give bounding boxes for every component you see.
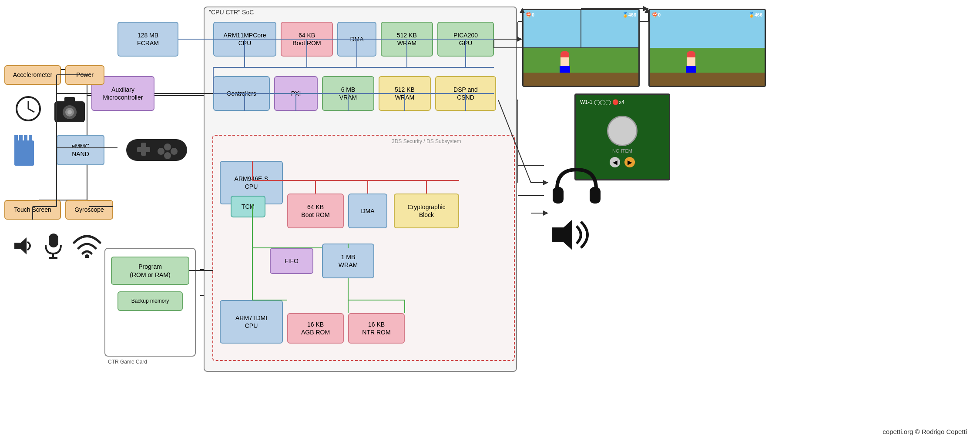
ntr-rom-label: 16 KBNTR ROM [362, 320, 390, 336]
agb-rom-box: 16 KBAGB ROM [287, 313, 344, 344]
pxi-label: PXI [291, 90, 301, 97]
fcram-box: 128 MBFCRAM [117, 22, 178, 57]
boot-rom-mid-box: 64 KBBoot ROM [287, 194, 344, 228]
pica200-box: PICA200GPU [437, 22, 494, 57]
svg-point-68 [164, 152, 171, 159]
svg-rect-70 [49, 234, 58, 247]
pica200-label: PICA200GPU [453, 31, 478, 47]
vram-6mb-label: 6 MBVRAM [339, 86, 357, 101]
pxi-box: PXI [274, 76, 318, 111]
dsp-csnd-box: DSP andCSND [435, 76, 496, 111]
dsp-csnd-label: DSP andCSND [453, 86, 478, 101]
security-label: 3DS Security / DS Subsystem [392, 138, 461, 144]
power-label: Power [76, 71, 94, 79]
wram-1mb-label: 1 MBWRAM [339, 253, 358, 269]
svg-line-51 [28, 109, 34, 112]
program-label: Program(ROM or RAM) [130, 263, 170, 278]
ntr-rom-box: 16 KBNTR ROM [348, 313, 405, 344]
touch-screen-box: Touch Screen [4, 200, 61, 220]
arm11-box: ARM11MPCoreCPU [213, 22, 276, 57]
dma-mid-box: DMA [348, 194, 387, 228]
soc-label: "CPU CTR" SoC [209, 9, 254, 16]
microphone-icon [41, 233, 65, 259]
svg-rect-62 [126, 139, 187, 161]
vram-6mb-box: 6 MBVRAM [322, 76, 374, 111]
agb-rom-label: 16 KBAGB ROM [301, 320, 330, 336]
wram-1mb-box: 1 MBWRAM [322, 244, 374, 278]
boot-rom-mid-label: 64 KBBoot ROM [301, 203, 329, 219]
copyright-text: copetti.org © Rodrigo Copetti [883, 428, 967, 435]
dma-mid-label: DMA [361, 207, 374, 215]
svg-rect-74 [553, 187, 564, 204]
aux-micro-label: AuxiliaryMicrocontroller [103, 86, 143, 101]
arm7tdmi-box: ARM7TDMICPU [220, 300, 283, 344]
top-screen-right: 🍄0 🏅466 [648, 9, 766, 87]
speaker-l-icon [9, 233, 35, 259]
svg-point-66 [171, 148, 178, 155]
svg-rect-57 [14, 140, 34, 166]
svg-point-56 [67, 110, 72, 114]
wram-512-top-label: 512 KBWRAM [397, 31, 417, 47]
svg-rect-75 [590, 187, 601, 204]
boot-rom-top-label: 64 KBBoot ROM [292, 31, 321, 47]
crypto-box: CryptographicBlock [394, 194, 459, 228]
svg-rect-53 [64, 97, 75, 102]
fcram-label: 128 MBFCRAM [137, 31, 159, 47]
gamepad-icon [122, 126, 191, 170]
top-screen-left: 🍄0 🏅466 [522, 9, 640, 87]
gyroscope-label: Gyroscope [74, 206, 104, 214]
controllers-box: Controllers [213, 76, 270, 111]
power-box: Power [65, 65, 104, 85]
tcm-label: TCM [242, 203, 255, 210]
wram-512b-box: 512 KBWRAM [379, 76, 431, 111]
clock-icon [13, 93, 44, 124]
arm7tdmi-label: ARM7TDMICPU [235, 314, 267, 330]
arm11-label: ARM11MPCoreCPU [223, 31, 266, 47]
gamecard-label: CTR Game Card [108, 359, 147, 365]
dma-top-box: DMA [337, 22, 376, 57]
emmc-box: eMMCNAND [57, 135, 104, 165]
svg-rect-64 [141, 143, 146, 156]
svg-rect-59 [19, 135, 23, 144]
boot-rom-top-box: 64 KBBoot ROM [281, 22, 333, 57]
svg-marker-69 [14, 237, 27, 254]
svg-marker-76 [552, 220, 572, 250]
controllers-label: Controllers [227, 90, 256, 97]
gyroscope-box: Gyroscope [65, 200, 113, 220]
wram-512-top-box: 512 KBWRAM [381, 22, 433, 57]
speaker-icon [546, 213, 603, 257]
arm946-label: ARM946E-SCPU [235, 175, 268, 190]
accelerometer-label: Accelerometer [13, 71, 52, 79]
wifi-icon [72, 230, 102, 259]
fifo-box: FIFO [270, 248, 313, 274]
backup-memory-box: Backup memory [117, 291, 183, 311]
backup-memory-label: Backup memory [131, 298, 169, 305]
fifo-label: FIFO [285, 257, 299, 265]
emmc-label: eMMCNAND [71, 142, 89, 158]
crypto-label: CryptographicBlock [407, 203, 445, 219]
dma-top-label: DMA [350, 35, 363, 43]
accelerometer-box: Accelerometer [4, 65, 61, 85]
wram-512b-label: 512 KBWRAM [395, 86, 415, 101]
program-box: Program(ROM or RAM) [111, 257, 189, 285]
svg-point-73 [85, 254, 89, 258]
tcm-box: TCM [231, 196, 265, 217]
sd-card-icon [9, 130, 39, 170]
touch-screen-label: Touch Screen [14, 206, 51, 214]
camera-icon [52, 93, 87, 124]
diagram-container: "CPU CTR" SoC 3DS Security / DS Subsyste… [0, 0, 980, 444]
svg-point-67 [158, 148, 164, 155]
svg-rect-60 [24, 135, 27, 144]
svg-point-65 [164, 144, 171, 150]
headphones-icon [548, 161, 605, 209]
svg-rect-58 [14, 135, 18, 144]
svg-rect-61 [29, 135, 32, 144]
